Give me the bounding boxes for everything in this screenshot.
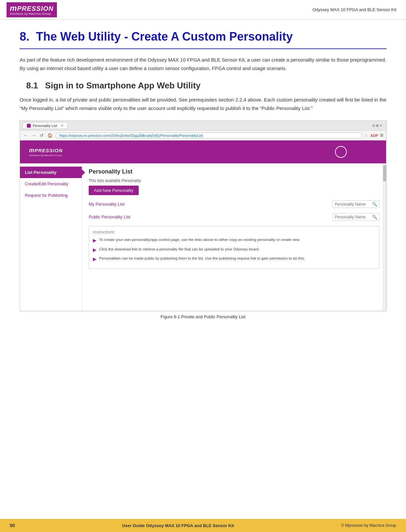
chapter-body: As part of the feature rich development … xyxy=(20,56,386,72)
section-title-text: Sign in to Smartphone App Web Utility xyxy=(45,81,201,90)
section-heading: 8.1 Sign in to Smartphone App Web Utilit… xyxy=(20,81,386,91)
adp-icon: ADP xyxy=(370,134,378,138)
sidebar-item-create-edit[interactable]: Create/Edit Personality xyxy=(20,178,82,190)
public-personality-label: Public Personality List xyxy=(89,214,130,219)
window-controls: ⊟ ⊠ ✕ xyxy=(372,124,383,127)
webapp-header: mPRESSION Solutions by Macnica Group xyxy=(20,140,386,163)
chapter-title: 8. The Web Utility - Create A Custom Per… xyxy=(20,29,386,44)
instruction-arrow-3: ▶ xyxy=(93,256,97,263)
webapp-main-panel: Personality List This lists available Pe… xyxy=(82,163,386,311)
webapp-logo-text: mPRESSION xyxy=(29,147,63,154)
public-personality-row: Public Personality List 🔍 xyxy=(89,213,380,223)
webapp-logo-sub: Solutions by Macnica Group xyxy=(29,154,63,157)
page-header: mPRESSION Solutions by Macnica Group Ody… xyxy=(0,0,406,20)
sidebar-item-request[interactable]: Request for Publishing xyxy=(20,190,82,201)
logo-text: mPRESSION xyxy=(10,4,54,12)
chapter-number: 8. xyxy=(20,30,29,43)
logo-area: mPRESSION Solutions by Macnica Group xyxy=(7,2,57,17)
instructions-box: Instructions ▶ To create your own person… xyxy=(89,226,380,269)
section-body: Once logged in, a list of private and pu… xyxy=(20,96,386,112)
scrollbar-thumb[interactable] xyxy=(383,165,386,181)
header-title: Odyssey MAX 10 FPGA and BLE Sensor Kit xyxy=(312,7,396,12)
chapter-title-text: The Web Utility - Create A Custom Person… xyxy=(36,30,293,43)
tab-label: Personality List xyxy=(33,124,57,128)
footer-center-text: User Guide Odyssey MAX 10 FPGA and BLE S… xyxy=(122,523,234,528)
back-button[interactable]: ← xyxy=(23,133,29,138)
sidebar-item-create-label: Create/Edit Personality xyxy=(25,181,68,186)
instruction-item-2: ▶ Click the download link to retrieve a … xyxy=(93,247,375,253)
my-personality-search[interactable]: 🔍 xyxy=(332,200,380,208)
instruction-item-1: ▶ To create your own personality/app con… xyxy=(93,237,375,244)
reload-button[interactable]: ↺ xyxy=(39,133,44,138)
webapp-logo: mPRESSION Solutions by Macnica Group xyxy=(26,146,65,158)
sidebar-item-list-personality[interactable]: List Personality xyxy=(20,167,82,178)
instruction-arrow-1: ▶ xyxy=(93,237,97,244)
my-personality-row: My Personality List 🔍 xyxy=(89,200,380,210)
public-personality-search[interactable]: 🔍 xyxy=(332,213,380,221)
webapp-sidebar: List Personality Create/Edit Personality… xyxy=(20,163,82,311)
home-button[interactable]: 🏠 xyxy=(46,133,54,138)
browser-ctrl-text: ⊟ ⊠ ✕ xyxy=(372,124,382,127)
instructions-title: Instructions xyxy=(93,229,375,234)
bookmark-icon[interactable]: ☆ xyxy=(364,133,368,138)
address-bar: ← → ↺ 🏠 https://odyssey.m-pression.com/(… xyxy=(20,131,386,140)
instruction-arrow-2: ▶ xyxy=(93,247,97,253)
title-divider xyxy=(20,48,386,49)
logo-box: mPRESSION Solutions by Macnica Group xyxy=(7,2,57,17)
footer-page-number: 50 xyxy=(10,523,15,528)
sidebar-item-request-label: Request for Publishing xyxy=(25,193,68,198)
webapp: mPRESSION Solutions by Macnica Group Lis… xyxy=(20,140,386,311)
instruction-text-2: Click the download link to retrieve a pe… xyxy=(99,247,259,253)
tab-favicon xyxy=(27,124,31,128)
section-number: 8.1 xyxy=(26,81,38,90)
menu-icon[interactable]: ≡ xyxy=(380,132,383,139)
webapp-subtitle: This lists available Personality xyxy=(89,178,380,183)
add-new-personality-button[interactable]: Add New Personality xyxy=(89,186,139,195)
instruction-item-3: ▶ Personalities can be made public by pu… xyxy=(93,256,375,263)
browser-tab[interactable]: Personality List ✕ xyxy=(23,122,68,129)
screenshot-container: Personality List ✕ ⊟ ⊠ ✕ ← → ↺ 🏠 https:/… xyxy=(20,120,386,311)
main-content: 8. The Web Utility - Create A Custom Per… xyxy=(0,20,406,319)
webapp-body: List Personality Create/Edit Personality… xyxy=(20,163,386,311)
my-personality-search-input[interactable] xyxy=(335,202,371,207)
public-personality-search-input[interactable] xyxy=(335,215,371,219)
instruction-text-1: To create your own personality/app contr… xyxy=(99,237,300,244)
address-input[interactable]: https://odyssey.m-pression.com/(S(hkq3cf… xyxy=(56,133,362,138)
address-text: https://odyssey.m-pression.com/(S(hkq3cf… xyxy=(59,134,203,138)
figure-caption: Figure 8-1 Private and Public Personalit… xyxy=(20,314,386,319)
page-footer: 50 User Guide Odyssey MAX 10 FPGA and BL… xyxy=(0,519,406,532)
footer-right-text: © Mpression by Macnica Group xyxy=(341,523,396,528)
scrollbar[interactable] xyxy=(383,163,386,311)
search-icon-public[interactable]: 🔍 xyxy=(372,214,377,219)
webapp-section-title: Personality List xyxy=(89,168,380,175)
my-personality-label: My Personality List xyxy=(89,202,124,207)
search-icon-my[interactable]: 🔍 xyxy=(372,202,377,207)
browser-titlebar: Personality List ✕ ⊟ ⊠ ✕ xyxy=(20,121,386,131)
instruction-text-3: Personalities can be made public by publ… xyxy=(99,256,305,263)
forward-button[interactable]: → xyxy=(31,133,37,138)
logo-solutions: Solutions by Macnica Group xyxy=(10,12,51,15)
webapp-circle-icon xyxy=(335,146,347,158)
sidebar-item-active-label: List Personality xyxy=(25,170,57,175)
